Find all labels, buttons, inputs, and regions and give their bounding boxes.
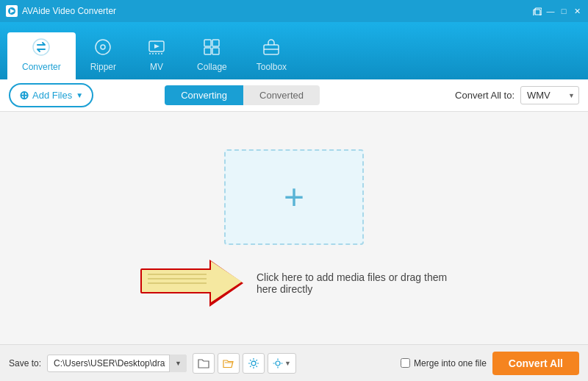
restore-btn[interactable]: □ (559, 6, 569, 16)
add-files-label: Add Files (32, 90, 72, 101)
nav-converter-label: Converter (22, 62, 61, 72)
svg-point-15 (251, 361, 256, 366)
drop-zone[interactable]: + (224, 149, 364, 245)
app-icon (6, 5, 18, 17)
svg-point-4 (33, 39, 49, 55)
merge-checkbox-wrap: Merge into one file (401, 358, 487, 368)
svg-rect-10 (212, 40, 219, 46)
app-title: AVAide Video Converter (22, 6, 116, 16)
nav-mv[interactable]: MV (131, 32, 182, 79)
drop-zone-plus-icon: + (284, 179, 304, 215)
toolbar: ⊕ Add Files ▼ Converting Converted Conve… (0, 79, 588, 112)
ripper-icon (94, 38, 112, 59)
svg-rect-11 (204, 48, 211, 54)
tab-converted[interactable]: Converted (243, 85, 320, 105)
extra-settings-btn[interactable]: ▼ (268, 353, 296, 374)
nav-converter[interactable]: Converter (7, 32, 76, 79)
nav-ripper-label: Ripper (90, 62, 116, 72)
close-btn[interactable]: ✕ (572, 6, 582, 16)
svg-point-5 (96, 40, 110, 54)
svg-point-16 (276, 361, 280, 366)
merge-label: Merge into one file (414, 358, 487, 368)
bottom-bar: Save to: ▼ ▼ (0, 344, 588, 381)
svg-rect-3 (535, 8, 542, 15)
path-dropdown-btn[interactable]: ▼ (169, 355, 187, 372)
toolbox-icon (262, 38, 280, 59)
save-path-input[interactable] (47, 355, 187, 372)
nav-collage[interactable]: Collage (182, 32, 242, 79)
converter-icon (32, 38, 50, 59)
maximize-btn[interactable]: — (545, 6, 556, 16)
window-controls[interactable]: — □ ✕ (532, 6, 582, 16)
arrow-graphic (140, 260, 243, 307)
nav-ripper[interactable]: Ripper (76, 32, 131, 79)
format-select-wrapper[interactable]: WMV MP4 AVI MOV MKV FLV (520, 86, 579, 104)
folder-browse-btn[interactable] (193, 353, 215, 374)
path-input-wrap: ▼ (47, 355, 187, 372)
tab-group: Converting Converted (165, 85, 320, 105)
convert-all-to-label: Convert All to: (455, 90, 514, 101)
nav-bar: Converter Ripper MV (0, 22, 588, 79)
save-to-label: Save to: (9, 358, 41, 368)
svg-point-6 (101, 45, 105, 49)
plus-icon: ⊕ (19, 88, 29, 102)
arrow-hint: Click here to add media files or drag th… (140, 260, 448, 307)
arrow-fill-head (211, 261, 242, 302)
mv-icon (148, 38, 165, 59)
hint-text: Click here to add media files or drag th… (257, 271, 448, 295)
convert-all-button[interactable]: Convert All (492, 352, 579, 375)
nav-toolbox-label: Toolbox (257, 62, 287, 72)
svg-rect-9 (204, 40, 211, 46)
nav-collage-label: Collage (197, 62, 227, 72)
title-bar: AVAide Video Converter — □ ✕ (0, 0, 588, 22)
nav-mv-label: MV (150, 62, 163, 72)
merge-checkbox[interactable] (401, 358, 410, 368)
convert-all-to: Convert All to: WMV MP4 AVI MOV MKV FLV (455, 86, 579, 104)
title-bar-left: AVAide Video Converter (6, 5, 116, 17)
minimize-btn[interactable] (532, 6, 542, 16)
format-select[interactable]: WMV MP4 AVI MOV MKV FLV (520, 86, 579, 104)
nav-toolbox[interactable]: Toolbox (242, 32, 301, 79)
dropdown-arrow-icon: ▼ (76, 91, 83, 99)
tab-converting[interactable]: Converting (165, 85, 243, 105)
open-folder-btn[interactable] (218, 353, 240, 374)
bottom-tools: ▼ (193, 353, 296, 374)
main-content: + Click here to add media files or drag … (0, 112, 588, 344)
settings-tools-btn[interactable] (243, 353, 265, 374)
collage-icon (203, 38, 220, 59)
svg-rect-12 (212, 48, 219, 54)
add-files-button[interactable]: ⊕ Add Files ▼ (9, 83, 93, 107)
